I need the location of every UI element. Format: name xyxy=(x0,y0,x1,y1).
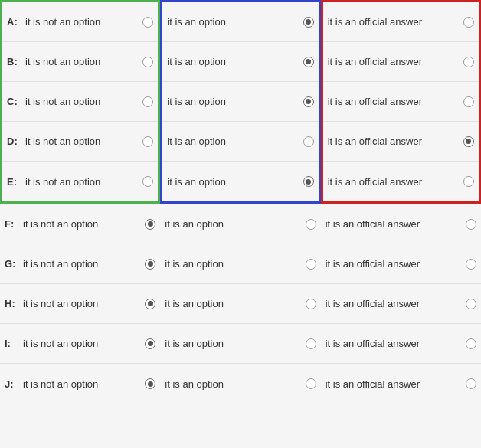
radio-col1[interactable] xyxy=(142,96,153,107)
col2-text: it is an option xyxy=(167,176,303,188)
radio-col1[interactable] xyxy=(145,259,155,270)
bottom-cell-1: F: it is not an option xyxy=(0,212,160,236)
radio-col1[interactable] xyxy=(145,299,155,309)
bottom-cell-3: it is an official answer xyxy=(321,332,481,355)
radio-col3[interactable] xyxy=(463,57,474,67)
radio-col3[interactable] xyxy=(466,378,476,389)
bottom-cell-3: it is an official answer xyxy=(321,252,481,276)
radio-col2[interactable] xyxy=(303,176,314,187)
bottom-cell-2: it is an option xyxy=(160,292,320,316)
col1-text: it is not an option xyxy=(23,258,145,270)
top-row-a-d: D: it is not an option xyxy=(2,122,158,162)
radio-col3[interactable] xyxy=(463,136,474,147)
col3-text: it is an official answer xyxy=(326,338,466,349)
col1-text: it is not an option xyxy=(25,96,142,107)
top-row-b-c: it is an option xyxy=(162,82,318,122)
radio-col2[interactable] xyxy=(303,96,314,107)
row-label: H: xyxy=(5,298,18,309)
radio-col1[interactable] xyxy=(142,17,153,28)
top-row-c-b: it is an official answer xyxy=(323,42,479,82)
radio-col2[interactable] xyxy=(306,338,316,349)
col3-text: it is an official answer xyxy=(326,218,466,230)
bottom-cell-2: it is an option xyxy=(160,252,320,276)
col2-text: it is an option xyxy=(167,56,303,67)
radio-col2[interactable] xyxy=(303,17,314,28)
col3-text: it is an official answer xyxy=(328,176,463,188)
radio-col3[interactable] xyxy=(466,338,476,349)
radio-col1[interactable] xyxy=(142,136,153,147)
col3-text: it is an official answer xyxy=(328,56,463,67)
bottom-row-f: F: it is not an option it is an option i… xyxy=(0,204,481,244)
bottom-cell-3: it is an official answer xyxy=(321,212,481,236)
radio-col2[interactable] xyxy=(306,259,316,270)
col1-text: it is not an option xyxy=(23,378,145,390)
col1-text: it is not an option xyxy=(23,298,145,309)
radio-col2[interactable] xyxy=(306,378,316,389)
bottom-cell-2: it is an option xyxy=(160,332,320,355)
radio-col1[interactable] xyxy=(145,378,155,389)
radio-col1[interactable] xyxy=(142,176,153,187)
bottom-section: F: it is not an option it is an option i… xyxy=(0,204,481,404)
radio-col2[interactable] xyxy=(303,57,314,67)
radio-col3[interactable] xyxy=(466,259,476,270)
radio-col3[interactable] xyxy=(463,176,474,187)
col1-text: it is not an option xyxy=(25,16,142,28)
radio-col3[interactable] xyxy=(463,96,474,107)
bottom-cell-2: it is an option xyxy=(160,212,320,236)
radio-col1[interactable] xyxy=(145,219,155,230)
col3-text: it is an official answer xyxy=(326,378,466,390)
bottom-cell-1: G: it is not an option xyxy=(0,252,160,276)
col2-text: it is an option xyxy=(165,218,305,230)
row-label: F: xyxy=(5,218,18,230)
row-label: E: xyxy=(7,176,21,188)
radio-col3[interactable] xyxy=(463,17,474,28)
row-label: C: xyxy=(7,96,21,107)
bottom-cell-1: I: it is not an option xyxy=(0,332,160,355)
bottom-row-h: H: it is not an option it is an option i… xyxy=(0,284,481,324)
col3-text: it is an official answer xyxy=(326,258,466,270)
row-label: D: xyxy=(7,136,21,147)
top-row-a-a: A: it is not an option xyxy=(2,2,158,42)
bottom-row-i: I: it is not an option it is an option i… xyxy=(0,324,481,364)
col1-text: it is not an option xyxy=(23,218,145,230)
bottom-cell-2: it is an option xyxy=(160,372,320,396)
col1-text: it is not an option xyxy=(25,136,142,147)
col1-text: it is not an option xyxy=(25,56,142,67)
radio-col2[interactable] xyxy=(303,136,314,147)
radio-col3[interactable] xyxy=(466,299,476,309)
col2-text: it is an option xyxy=(167,96,303,107)
top-row-c-c: it is an official answer xyxy=(323,82,479,122)
col2-text: it is an option xyxy=(165,378,305,390)
col2-text: it is an option xyxy=(167,136,303,147)
top-row-a-b: B: it is not an option xyxy=(2,42,158,82)
col3-text: it is an official answer xyxy=(328,16,463,28)
col1-text: it is not an option xyxy=(25,176,142,188)
col1-text: it is not an option xyxy=(23,338,145,349)
radio-col1[interactable] xyxy=(142,57,153,67)
col3-text: it is an official answer xyxy=(328,136,463,147)
row-label: I: xyxy=(5,338,18,349)
column-a-group: A: it is not an option B: it is not an o… xyxy=(0,0,160,204)
radio-col3[interactable] xyxy=(466,219,476,230)
row-label: J: xyxy=(5,378,18,390)
bottom-cell-1: J: it is not an option xyxy=(0,372,160,396)
radio-col2[interactable] xyxy=(306,299,316,309)
row-label: A: xyxy=(7,16,21,28)
radio-col2[interactable] xyxy=(306,219,316,230)
bottom-row-g: G: it is not an option it is an option i… xyxy=(0,244,481,284)
top-row-a-c: C: it is not an option xyxy=(2,82,158,122)
top-row-b-d: it is an option xyxy=(162,122,318,162)
col2-text: it is an option xyxy=(165,338,305,349)
column-c-group: it is an official answer it is an offici… xyxy=(321,0,481,204)
top-row-b-e: it is an option xyxy=(162,162,318,201)
top-row-c-d: it is an official answer xyxy=(323,122,479,162)
top-row-b-a: it is an option xyxy=(162,2,318,42)
bottom-cell-3: it is an official answer xyxy=(321,292,481,316)
bottom-row-j: J: it is not an option it is an option i… xyxy=(0,364,481,404)
top-section: A: it is not an option B: it is not an o… xyxy=(0,0,481,204)
top-row-c-a: it is an official answer xyxy=(323,2,479,42)
top-row-a-e: E: it is not an option xyxy=(2,162,158,201)
top-row-c-e: it is an official answer xyxy=(323,162,479,201)
radio-col1[interactable] xyxy=(145,338,155,349)
col2-text: it is an option xyxy=(167,16,303,28)
